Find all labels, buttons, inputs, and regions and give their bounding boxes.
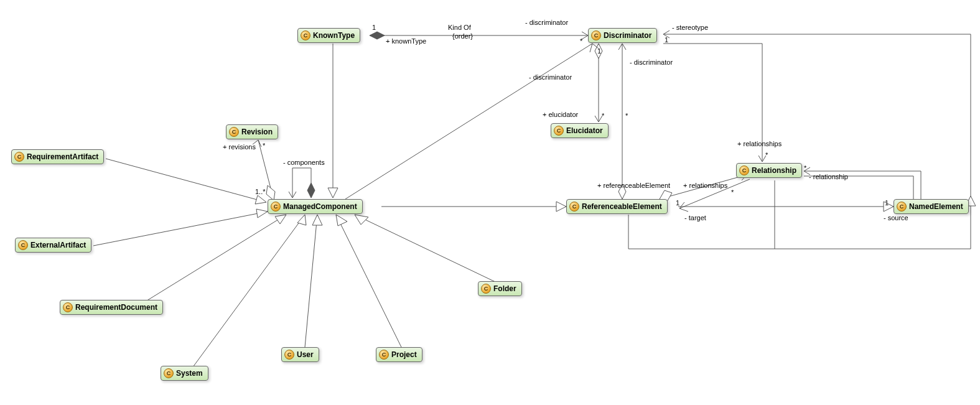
role-discriminator-left: - discriminator [529,73,572,81]
class-icon: C [63,302,73,312]
class-icon: C [18,240,28,250]
class-icon: C [481,284,491,294]
class-label: RequirementDocument [75,303,157,312]
class-managedcomponent[interactable]: C ManagedComponent [268,199,363,214]
mult-one: 1 [676,199,679,207]
svg-marker-6 [255,195,266,204]
class-label: System [176,369,203,378]
class-label: RequirementArtifact [27,152,98,161]
mult-star: * [804,164,806,172]
class-referenceableelement[interactable]: C ReferenceableElement [566,199,668,214]
class-label: ReferenceableElement [582,202,662,211]
class-icon: C [897,202,907,212]
svg-marker-12 [355,215,368,225]
svg-marker-3 [328,188,338,198]
class-icon: C [739,165,749,175]
class-label: User [297,350,314,359]
mult-star: * [263,142,265,149]
role-target: - target [684,214,706,221]
role-relationships-up: + relationships [737,140,782,147]
svg-marker-0 [370,32,385,39]
class-elucidator[interactable]: C Elucidator [551,123,609,138]
edges-layer [0,0,980,405]
class-knowntype[interactable]: C KnownType [297,28,360,43]
mult-star: * [580,37,582,45]
mult-star: * [602,112,604,119]
role-revisions: + revisions [223,143,256,151]
role-referenceableelement: + referenceableElement [597,182,670,189]
class-externalartifact[interactable]: C ExternalArtifact [15,238,91,253]
mult-one: 1 [372,24,376,31]
class-label: Revision [241,128,273,136]
class-label: NamedElement [909,202,963,211]
role-stereotype: - stereotype [672,24,708,31]
class-icon: C [164,368,174,378]
class-label: Project [391,350,417,359]
role-discriminator-top: - discriminator [525,19,568,26]
class-system[interactable]: C System [161,366,208,381]
svg-marker-13 [556,202,566,212]
svg-marker-9 [297,215,306,225]
class-label: Folder [493,284,516,293]
class-label: KnownType [313,31,355,40]
role-discriminator-right: - discriminator [630,58,673,66]
svg-marker-10 [312,215,322,225]
class-icon: C [271,202,281,212]
role-relationships-side: + relationships [683,182,727,189]
class-folder[interactable]: C Folder [478,281,522,296]
class-label: ManagedComponent [283,202,357,211]
class-requirementdocument[interactable]: C RequirementDocument [60,300,163,315]
svg-marker-4 [266,185,275,200]
mult-one: 1 [597,47,601,55]
class-relationship[interactable]: C Relationship [736,163,802,178]
assoc-name-kindof: Kind Of [448,24,471,31]
uml-diagram-canvas: C KnownType C Discriminator C Revision C… [0,0,980,405]
role-elucidator: + elucidator [543,111,578,118]
class-label: Relationship [752,166,796,175]
svg-marker-7 [256,209,268,218]
class-icon: C [229,127,239,137]
class-icon: C [284,350,294,360]
class-discriminator[interactable]: C Discriminator [588,28,657,43]
class-label: Discriminator [604,31,651,40]
role-components: - components [283,159,325,166]
mult-star: * [625,112,628,119]
mult-one-many: 1..* [255,188,266,195]
class-requirementartifact[interactable]: C RequirementArtifact [11,149,104,164]
mult-star: * [731,189,734,196]
role-relationship: - relationship [809,173,848,180]
class-icon: C [591,30,601,40]
svg-marker-8 [275,215,286,224]
class-namedelement[interactable]: C NamedElement [894,199,969,214]
constraint-order: {order} [452,32,473,40]
class-label: ExternalArtifact [30,241,86,249]
class-icon: C [14,152,24,162]
class-revision[interactable]: C Revision [226,124,278,139]
class-icon: C [379,350,389,360]
mult-star: * [765,151,768,159]
class-icon: C [301,30,310,40]
class-icon: C [554,126,564,136]
role-source: - source [884,214,908,221]
class-user[interactable]: C User [281,347,319,362]
role-knowntype: + knownType [386,37,426,45]
mult-one: 1 [665,36,668,44]
svg-marker-11 [336,215,347,226]
class-project[interactable]: C Project [376,347,422,362]
class-icon: C [569,202,579,212]
class-label: Elucidator [566,126,603,135]
svg-marker-5 [307,183,315,198]
mult-one: 1 [885,199,889,207]
